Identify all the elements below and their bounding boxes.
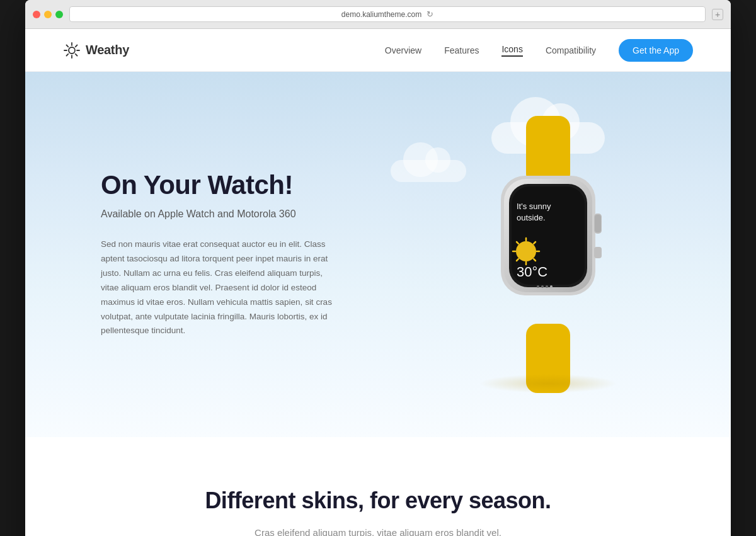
new-tab-button[interactable]: + [712, 9, 723, 20]
watch-shadow [479, 374, 617, 393]
get-app-button[interactable]: Get the App [619, 39, 693, 62]
bottom-section: Different skins, for every season. Cras … [25, 437, 731, 536]
close-button[interactable] [33, 11, 40, 18]
svg-text:outside.: outside. [517, 213, 546, 222]
watch-container: It's sunny outside. 30°C [428, 103, 668, 406]
svg-point-0 [69, 47, 75, 54]
minimize-button[interactable] [44, 11, 52, 18]
bottom-subtitle-line1: Cras eleifend aliquam turpis, vitae aliq… [255, 527, 501, 536]
hero-section: On Your Watch! Available on Apple Watch … [25, 72, 731, 437]
bottom-subtitle-1: Cras eleifend aliquam turpis, vitae aliq… [63, 525, 693, 536]
site-nav: Overview Features Icons Compatibility Ge… [385, 39, 693, 62]
hero-content: On Your Watch! Available on Apple Watch … [101, 171, 340, 339]
logo-icon [63, 42, 81, 59]
url-bar[interactable]: demo.kaliumtheme.com ↻ [69, 6, 706, 22]
svg-line-8 [67, 54, 69, 55]
bottom-title: Different skins, for every season. [63, 488, 693, 514]
nav-overview[interactable]: Overview [385, 45, 421, 55]
url-text: demo.kaliumtheme.com [341, 10, 421, 19]
logo-text: Weathy [86, 43, 129, 57]
svg-point-17 [516, 241, 536, 261]
hero-title: On Your Watch! [101, 171, 340, 200]
hero-subtitle: Available on Apple Watch and Motorola 36… [101, 208, 340, 220]
svg-rect-33 [594, 247, 602, 258]
svg-line-7 [76, 45, 77, 47]
svg-point-28 [541, 285, 544, 288]
browser-window: demo.kaliumtheme.com ↻ + [25, 0, 731, 536]
refresh-icon[interactable]: ↻ [427, 9, 433, 19]
svg-rect-32 [595, 215, 601, 232]
browser-chrome: demo.kaliumtheme.com ↻ + [25, 0, 731, 29]
nav-icons[interactable]: Icons [501, 44, 522, 57]
svg-text:It's sunny: It's sunny [517, 202, 551, 211]
svg-point-30 [550, 285, 553, 288]
watch-svg: It's sunny outside. 30°C [441, 110, 655, 399]
maximize-button[interactable] [55, 11, 63, 18]
svg-rect-9 [526, 116, 570, 185]
nav-compatibility[interactable]: Compatibility [546, 45, 596, 55]
hero-body: Sed non mauris vitae erat consequat auct… [101, 237, 340, 339]
logo[interactable]: Weathy [63, 42, 129, 59]
svg-point-27 [537, 285, 539, 288]
website-content: Weathy Overview Features Icons Compatibi… [25, 29, 731, 536]
site-header: Weathy Overview Features Icons Compatibi… [25, 29, 731, 72]
watch-svg-wrapper: It's sunny outside. 30°C [428, 103, 668, 406]
nav-features[interactable]: Features [444, 45, 479, 55]
svg-line-6 [76, 54, 77, 55]
svg-point-29 [546, 285, 548, 288]
svg-line-5 [67, 45, 69, 47]
svg-text:30°C: 30°C [517, 264, 547, 280]
traffic-lights [33, 11, 63, 18]
